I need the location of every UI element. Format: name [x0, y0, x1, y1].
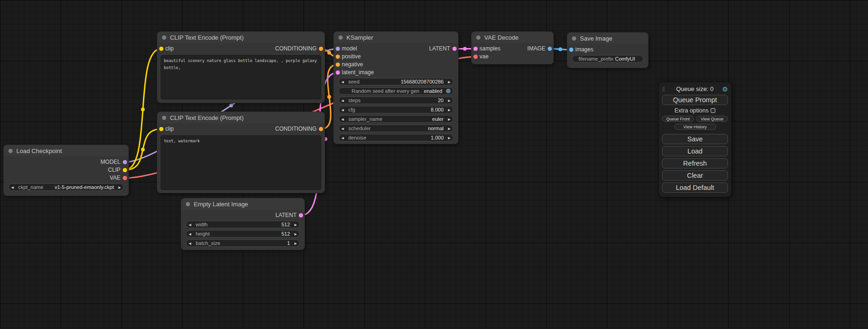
drag-handle-icon[interactable]: ⣿: [662, 87, 669, 91]
collapse-dot-icon[interactable]: [186, 202, 190, 206]
view-queue-button[interactable]: View Queue: [696, 116, 728, 122]
steps-widget[interactable]: ◀ steps 20 ▶: [339, 97, 453, 104]
latent-output-port[interactable]: [452, 47, 457, 51]
clear-button[interactable]: Clear: [662, 170, 728, 181]
decrement-arrow-icon[interactable]: ◀: [341, 116, 346, 123]
extra-options-checkbox[interactable]: [711, 108, 715, 113]
clip-input-port[interactable]: [159, 47, 163, 51]
input-label-model: model: [342, 45, 357, 52]
queue-front-button[interactable]: Queue Front: [662, 116, 694, 122]
decrement-arrow-icon[interactable]: ◀: [341, 97, 346, 104]
queue-panel: ⣿ Queue size: 0 ⚙ Queue Prompt Extra opt…: [658, 82, 732, 197]
node-header[interactable]: CLIP Text Encode (Prompt): [157, 32, 325, 43]
positive-input-port[interactable]: [336, 55, 340, 59]
prompt-text-field[interactable]: beautiful scenery nature glass bottle la…: [161, 55, 321, 99]
samples-input-port[interactable]: [473, 47, 478, 51]
collapse-dot-icon[interactable]: [339, 35, 343, 40]
height-widget[interactable]: ◀ height 512 ▶: [186, 230, 300, 238]
input-label-vae: vae: [480, 53, 488, 60]
negative-input-port[interactable]: [336, 63, 340, 67]
cfg-widget[interactable]: ◀ cfg 8.000 ▶: [339, 106, 453, 113]
decrement-arrow-icon[interactable]: ◀: [189, 231, 194, 238]
queue-size-label: Queue size: 0: [669, 85, 720, 92]
extra-options-row: Extra options: [662, 107, 728, 114]
ckpt-name-widget[interactable]: ◀ ckpt_name v1-5-pruned-emaonly.ckpt ▶: [8, 183, 124, 191]
seed-widget[interactable]: ◀ seed 156680208700286 ▶: [339, 78, 453, 85]
model-output-port[interactable]: [123, 160, 127, 164]
decrement-arrow-icon[interactable]: ◀: [189, 221, 194, 228]
increment-arrow-icon[interactable]: ▶: [116, 184, 121, 191]
conditioning-output-port[interactable]: [319, 47, 323, 51]
filename-prefix-widget[interactable]: filename_prefix ComfyUI: [572, 55, 643, 63]
load-default-button[interactable]: Load Default: [662, 182, 728, 193]
node-empty-latent-image[interactable]: Empty Latent Image LATENT ◀ width 512 ▶ …: [181, 198, 304, 250]
increment-arrow-icon[interactable]: ▶: [445, 106, 451, 113]
toggle-dot-icon[interactable]: [446, 89, 451, 93]
prompt-text-field[interactable]: text, watermark: [161, 135, 321, 190]
decrement-arrow-icon[interactable]: ◀: [189, 240, 194, 247]
image-output-port[interactable]: [548, 47, 552, 51]
node-title-text: Empty Latent Image: [194, 201, 248, 208]
increment-arrow-icon[interactable]: ▶: [292, 231, 297, 238]
widget-value: 8.000: [430, 107, 445, 112]
sampler-name-widget[interactable]: ◀ sampler_name euler ▶: [339, 115, 453, 123]
node-header[interactable]: CLIP Text Encode (Prompt): [157, 112, 325, 123]
increment-arrow-icon[interactable]: ▶: [445, 97, 451, 104]
collapse-dot-icon[interactable]: [476, 35, 480, 40]
width-widget[interactable]: ◀ width 512 ▶: [186, 221, 300, 228]
collapse-dot-icon[interactable]: [572, 36, 576, 41]
increment-arrow-icon[interactable]: ▶: [292, 240, 297, 247]
clip-input-port[interactable]: [159, 127, 163, 131]
queue-prompt-button[interactable]: Queue Prompt: [662, 95, 728, 105]
node-ksampler[interactable]: KSampler model LATENT positive negative …: [334, 32, 458, 144]
model-input-port[interactable]: [336, 47, 340, 51]
increment-arrow-icon[interactable]: ▶: [445, 134, 451, 141]
input-label-samples: samples: [480, 45, 501, 52]
view-history-button[interactable]: View History: [674, 124, 716, 130]
node-vae-decode[interactable]: VAE Decode samples IMAGE vae: [472, 32, 553, 64]
decrement-arrow-icon[interactable]: ◀: [11, 184, 16, 191]
collapse-dot-icon[interactable]: [8, 149, 13, 153]
input-label-positive: positive: [342, 53, 361, 60]
node-save-image[interactable]: Save Image images filename_prefix ComfyU…: [567, 33, 648, 68]
decrement-arrow-icon[interactable]: ◀: [341, 134, 346, 141]
vae-input-port[interactable]: [473, 55, 478, 59]
latent-image-input-port[interactable]: [336, 70, 340, 75]
node-header[interactable]: Save Image: [567, 33, 648, 44]
denoise-widget[interactable]: ◀ denoise 1.000 ▶: [339, 134, 453, 141]
refresh-button[interactable]: Refresh: [662, 158, 728, 168]
conditioning-output-port[interactable]: [319, 127, 323, 131]
batch-size-widget[interactable]: ◀ batch_size 1 ▶: [186, 239, 300, 247]
node-header[interactable]: Load Checkpoint: [4, 145, 128, 156]
node-header[interactable]: Empty Latent Image: [181, 198, 304, 210]
decrement-arrow-icon[interactable]: ◀: [341, 106, 346, 113]
link-midpoint-dot-image: [558, 48, 562, 51]
port-row-clip: clip CONDITIONING: [157, 45, 325, 53]
settings-gear-icon[interactable]: ⚙: [720, 85, 728, 93]
node-clip-text-encode-positive[interactable]: CLIP Text Encode (Prompt) clip CONDITION…: [157, 32, 325, 103]
images-input-port[interactable]: [569, 48, 573, 52]
scheduler-widget[interactable]: ◀ scheduler normal ▶: [339, 125, 453, 132]
port-rows: LATENT: [181, 210, 304, 219]
latent-output-port[interactable]: [299, 213, 303, 217]
increment-arrow-icon[interactable]: ▶: [445, 116, 451, 123]
increment-arrow-icon[interactable]: ▶: [445, 78, 451, 85]
save-button[interactable]: Save: [662, 134, 728, 144]
node-graph-canvas[interactable]: Load Checkpoint MODEL CLIP VAE ◀ ckpt_na…: [0, 0, 868, 329]
load-button[interactable]: Load: [662, 146, 728, 156]
node-load-checkpoint[interactable]: Load Checkpoint MODEL CLIP VAE ◀ ckpt_na…: [4, 145, 128, 196]
clip-output-port[interactable]: [123, 168, 127, 172]
node-header[interactable]: VAE Decode: [472, 32, 553, 43]
increment-arrow-icon[interactable]: ▶: [445, 125, 451, 132]
increment-arrow-icon[interactable]: ▶: [292, 221, 297, 228]
decrement-arrow-icon[interactable]: ◀: [341, 78, 346, 85]
node-clip-text-encode-negative[interactable]: CLIP Text Encode (Prompt) clip CONDITION…: [157, 112, 325, 193]
collapse-dot-icon[interactable]: [162, 35, 166, 40]
vae-output-port[interactable]: [123, 176, 127, 180]
input-label-images: images: [575, 46, 593, 53]
decrement-arrow-icon[interactable]: ◀: [341, 125, 346, 132]
widget-label: height: [194, 231, 282, 237]
node-header[interactable]: KSampler: [334, 32, 458, 43]
collapse-dot-icon[interactable]: [162, 116, 166, 120]
random-seed-widget[interactable]: Random seed after every gen enabled: [339, 87, 453, 95]
